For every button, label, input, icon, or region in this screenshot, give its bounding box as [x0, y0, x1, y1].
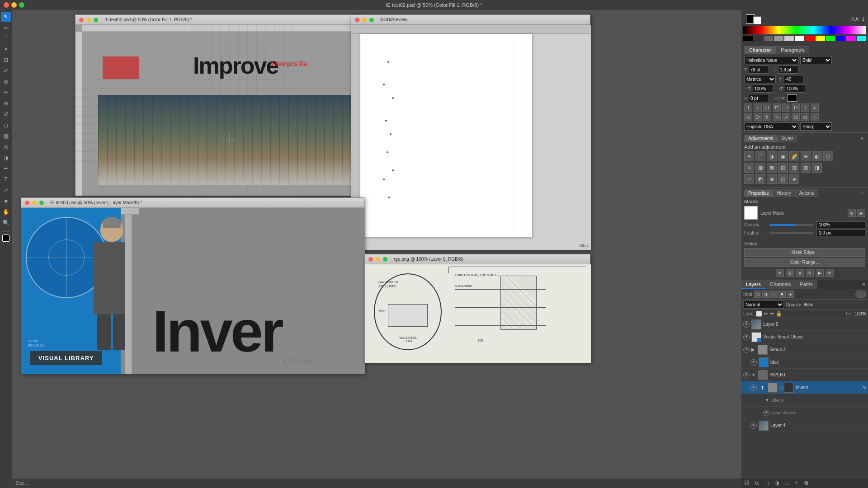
doc1-close[interactable]	[79, 18, 84, 22]
lock-position-icon[interactable]: ✛	[770, 311, 774, 317]
lock-transparent-icon[interactable]: ⬜	[756, 311, 762, 317]
prop-icon-5[interactable]: ▶	[816, 269, 824, 277]
tab-channels[interactable]: Channels	[765, 280, 795, 289]
swatch-green[interactable]	[826, 36, 835, 41]
swatch-mid[interactable]	[764, 36, 774, 41]
doc3-min[interactable]	[32, 201, 37, 205]
tool-spot-heal[interactable]: ⊕	[1, 77, 11, 87]
feather-slider[interactable]	[769, 232, 814, 234]
invent-group-visibility[interactable]: 👁	[743, 372, 750, 378]
tool-history-brush[interactable]: ↺	[1, 109, 11, 119]
mask-icon-1[interactable]: ⊕	[848, 209, 856, 217]
tool-zoom[interactable]: 🔍	[1, 218, 11, 228]
swatch-red[interactable]	[805, 36, 815, 41]
doc4-max[interactable]	[383, 257, 387, 262]
layer-item-invent-group[interactable]: 👁 ▼ INVENT	[741, 369, 868, 381]
prop-icon-2[interactable]: ◎	[786, 269, 794, 277]
layers-menu[interactable]: ≡	[860, 280, 868, 289]
leading-input[interactable]	[778, 66, 798, 74]
style-ordinal[interactable]: 1ª	[754, 113, 762, 121]
doc4-min[interactable]	[376, 257, 380, 262]
swatch-blue[interactable]	[836, 36, 845, 41]
invent-expand[interactable]: ▼	[751, 372, 756, 377]
doc2-min[interactable]	[362, 18, 367, 22]
adj-refocus[interactable]: ⊗	[767, 174, 777, 184]
adj-vibrance[interactable]: ◉	[778, 151, 788, 161]
mask-edge-btn[interactable]: Mask Edge...	[744, 248, 865, 257]
tool-text[interactable]: T	[1, 174, 11, 184]
style-frac[interactable]: ½	[744, 113, 752, 121]
tab-adjustments[interactable]: Adjustments	[744, 135, 777, 142]
tool-lasso[interactable]: ⌒	[1, 33, 11, 43]
blend-mode-select[interactable]: Normal	[743, 300, 784, 309]
tool-blur[interactable]: ◎	[1, 142, 11, 152]
mask-icon-2[interactable]: ◈	[857, 209, 865, 217]
layer4-visibility[interactable]: 👁	[750, 422, 757, 429]
style-caps[interactable]: TT	[763, 103, 771, 112]
doc1-max[interactable]	[94, 18, 98, 22]
style-small-caps[interactable]: TT	[773, 103, 781, 112]
swatch-magenta[interactable]	[846, 36, 856, 41]
blue-visibility[interactable]: 👁	[750, 359, 757, 366]
layer-del-btn[interactable]: 🗑	[803, 479, 810, 487]
adj-threshold[interactable]: ▥	[789, 163, 799, 173]
style-context[interactable]: ct	[801, 113, 809, 121]
layer-style-btn[interactable]: fx	[753, 479, 760, 487]
font-weight-select[interactable]: Bold	[800, 56, 832, 64]
char-color-box[interactable]	[787, 94, 797, 102]
filter-text[interactable]: T	[770, 291, 778, 298]
adj-selective-color[interactable]: ◨	[812, 163, 822, 173]
layer-adj-btn[interactable]: ◑	[773, 479, 780, 487]
layer-item-layer4[interactable]: 👁 Layer 4	[741, 419, 868, 432]
swatch-light[interactable]	[774, 36, 783, 41]
adj-menu[interactable]: ≡	[859, 135, 865, 142]
filter-adj[interactable]: ◑	[762, 291, 769, 298]
adj-photo-filter[interactable]: ⬡	[823, 151, 833, 161]
layer-item-vso[interactable]: 👁 Vector Smart Object	[741, 331, 868, 343]
swatch-white[interactable]	[795, 36, 804, 41]
adj-mask[interactable]: ◳	[778, 174, 788, 184]
style-old-style[interactable]: ⁰₉	[773, 113, 781, 121]
tool-pen[interactable]: ✒	[1, 164, 11, 174]
adj-gradient-map[interactable]: ▧	[801, 163, 811, 173]
tool-shape[interactable]: ■	[1, 196, 11, 206]
tab-history[interactable]: History	[773, 189, 795, 197]
bg-color-swatch[interactable]	[753, 16, 761, 24]
layer-item-layer8[interactable]: 👁 Layer 8	[741, 318, 868, 331]
vso-visibility[interactable]: 👁	[743, 334, 750, 340]
adj-brightness[interactable]: ☀	[744, 151, 754, 161]
prop-icon-4[interactable]: ✕	[806, 269, 814, 277]
filter-shape[interactable]: ■	[778, 291, 786, 298]
anti-alias-select[interactable]: Sharp	[800, 122, 832, 131]
layer-item-invent-text[interactable]: 👁 T ⛓ Invent ✎	[741, 381, 868, 394]
tool-select-rect[interactable]: ▭	[1, 23, 11, 33]
props-menu[interactable]: ≡	[859, 189, 865, 197]
prop-icon-6[interactable]: ⊗	[826, 269, 834, 277]
adj-color-balance[interactable]: ⊕	[801, 151, 811, 161]
color-gradient-bar[interactable]	[743, 26, 866, 34]
tab-character[interactable]: Character	[744, 46, 776, 54]
filter-toggle[interactable]	[855, 291, 866, 298]
tool-dodge[interactable]: ◑	[1, 153, 11, 163]
tab-styles[interactable]: Styles	[777, 135, 797, 142]
tool-clone[interactable]: ⊗	[1, 99, 11, 108]
tab-layers[interactable]: Layers	[741, 280, 765, 289]
filter-pixel[interactable]: ◻	[754, 291, 761, 298]
tab-properties[interactable]: Properties	[744, 189, 773, 197]
maximize-btn[interactable]	[19, 2, 24, 8]
tool-crop[interactable]: ⊡	[1, 55, 11, 65]
doc2-close[interactable]	[355, 18, 359, 22]
adj-color-lookup[interactable]: ▦	[755, 163, 765, 173]
adj-hsl[interactable]: 🌈	[789, 151, 799, 161]
scale-v-input[interactable]	[785, 84, 805, 93]
swatch-cyan[interactable]	[857, 36, 866, 41]
tool-foreground[interactable]	[2, 235, 9, 242]
layer8-visibility[interactable]: 👁	[743, 321, 750, 328]
swatch-pale[interactable]	[784, 36, 794, 41]
layer-item-blue[interactable]: 👁 blue	[741, 356, 868, 369]
density-slider[interactable]	[769, 224, 814, 226]
prop-icon-1[interactable]: ⊕	[776, 269, 784, 277]
style-title[interactable]: ℍ	[792, 113, 800, 121]
scale-h-input[interactable]	[753, 84, 773, 93]
layer-mask-btn[interactable]: ◻	[763, 479, 770, 487]
